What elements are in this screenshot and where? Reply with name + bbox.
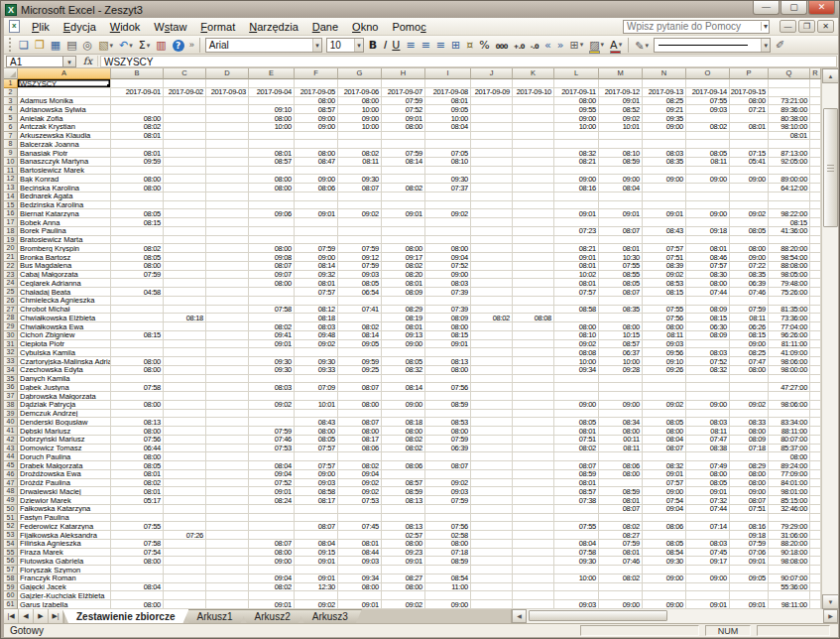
cell[interactable] <box>338 201 382 210</box>
cell[interactable] <box>249 392 295 401</box>
cell[interactable]: Adrianowska Sylwia <box>18 105 111 114</box>
cell[interactable]: 07:56 <box>111 436 164 445</box>
cell[interactable] <box>164 209 206 218</box>
currency-icon[interactable]: ¤ <box>464 37 475 54</box>
cell[interactable] <box>513 114 554 123</box>
cell[interactable] <box>810 244 821 253</box>
cell[interactable] <box>730 218 769 227</box>
cell[interactable]: 09:17 <box>382 253 425 262</box>
row-header-30[interactable]: 30 <box>4 331 18 340</box>
cell[interactable] <box>164 227 206 236</box>
cell[interactable]: 10:00 <box>249 123 295 132</box>
cell[interactable]: 08:04 <box>554 540 599 549</box>
menu-narzędzia[interactable]: Narzędzia <box>242 19 305 35</box>
cell[interactable] <box>206 600 249 609</box>
cell[interactable]: 08:11 <box>338 158 382 167</box>
cell[interactable]: 04:58 <box>111 288 164 297</box>
row-header-5[interactable]: 5 <box>4 114 18 123</box>
cell[interactable]: 07:06 <box>730 549 769 558</box>
cell[interactable] <box>164 566 206 575</box>
cell[interactable] <box>513 496 554 505</box>
cell[interactable]: 08:01 <box>554 262 599 271</box>
cell[interactable]: 07:58 <box>111 383 164 392</box>
cell[interactable] <box>471 583 513 592</box>
row-header-39[interactable]: 39 <box>4 410 18 419</box>
cell[interactable] <box>810 123 821 132</box>
cell[interactable]: 08:07 <box>599 227 643 236</box>
cell[interactable]: 08:04 <box>425 123 471 132</box>
cell[interactable] <box>471 288 513 297</box>
cell[interactable] <box>425 297 471 306</box>
cell[interactable]: 08:09 <box>686 331 730 340</box>
column-header-K[interactable]: K <box>513 68 554 79</box>
cell[interactable] <box>554 192 599 201</box>
cell[interactable] <box>810 357 821 366</box>
cell[interactable] <box>599 236 643 245</box>
cell[interactable] <box>249 375 295 384</box>
cell[interactable] <box>769 297 810 306</box>
cell[interactable] <box>206 470 249 479</box>
cell[interactable]: 08:00 <box>111 184 164 192</box>
cell[interactable] <box>513 262 554 271</box>
cell[interactable]: 07:54 <box>643 496 686 505</box>
cell[interactable] <box>810 314 821 322</box>
cell[interactable] <box>810 418 821 427</box>
cell[interactable]: 08:11 <box>643 331 686 340</box>
row-header-6[interactable]: 6 <box>4 123 18 132</box>
cell[interactable]: Drabek Małgorzata <box>18 461 111 470</box>
cell[interactable]: 09:01 <box>295 575 338 583</box>
cell[interactable]: 2017-09-15 <box>730 88 769 97</box>
cell[interactable]: 08:05 <box>599 279 643 288</box>
row-header-38[interactable]: 38 <box>4 401 18 410</box>
cell[interactable] <box>206 271 249 280</box>
cell[interactable] <box>206 357 249 366</box>
cell[interactable]: 08:00 <box>730 244 769 253</box>
cell[interactable] <box>554 201 599 210</box>
cell[interactable]: 08:02 <box>382 436 425 445</box>
cell[interactable]: Bartosiewicz Marek <box>18 167 111 176</box>
column-header-L[interactable]: L <box>554 68 599 79</box>
cell[interactable]: 08:07 <box>338 383 382 392</box>
cell[interactable] <box>295 167 338 176</box>
cell[interactable]: Bratosiewicz Marta <box>18 236 111 245</box>
cell[interactable]: 08:13 <box>382 496 425 505</box>
cell[interactable] <box>810 496 821 505</box>
cell[interactable] <box>382 566 425 575</box>
cell[interactable] <box>249 410 295 419</box>
cell[interactable] <box>643 591 686 600</box>
cell[interactable]: 09:02 <box>425 479 471 488</box>
cell[interactable]: 09:00 <box>599 600 643 609</box>
column-header-B[interactable]: B <box>111 68 164 79</box>
cell[interactable] <box>643 184 686 192</box>
cell[interactable]: 09:00 <box>599 175 643 184</box>
cell[interactable]: 08:05 <box>111 209 164 218</box>
cell[interactable] <box>810 140 821 149</box>
cell[interactable]: 07:26 <box>164 531 206 540</box>
row-header-22[interactable]: 22 <box>4 262 18 271</box>
row-header-28[interactable]: 28 <box>4 314 18 322</box>
cell[interactable] <box>295 201 338 210</box>
cell[interactable] <box>599 79 643 88</box>
cell[interactable]: 11:00 <box>425 583 471 592</box>
cell[interactable] <box>164 123 206 132</box>
cell[interactable]: 09:00 <box>554 114 599 123</box>
row-header-32[interactable]: 32 <box>4 348 18 357</box>
cell[interactable]: 09:01 <box>686 487 730 496</box>
cell[interactable]: 09:00 <box>730 253 769 262</box>
cell[interactable]: 08:02 <box>111 479 164 488</box>
cell[interactable]: 07:41 <box>338 306 382 315</box>
cell[interactable]: Bus Magdalena <box>18 262 111 271</box>
cell[interactable] <box>730 140 769 149</box>
cell[interactable] <box>810 149 821 158</box>
cell[interactable] <box>164 132 206 141</box>
cell[interactable]: 98:05:00 <box>769 271 810 280</box>
cell[interactable]: Firaza Marek <box>18 549 111 558</box>
cell[interactable]: 08:01 <box>599 549 643 558</box>
cell[interactable]: 08:47 <box>295 158 338 167</box>
cell[interactable]: 07:49 <box>686 461 730 470</box>
cell[interactable]: Dziewior Marek <box>18 496 111 505</box>
cell[interactable] <box>338 452 382 461</box>
cell[interactable] <box>730 566 769 575</box>
cell[interactable]: 08:17 <box>338 436 382 445</box>
row-header-59[interactable]: 59 <box>4 583 18 592</box>
